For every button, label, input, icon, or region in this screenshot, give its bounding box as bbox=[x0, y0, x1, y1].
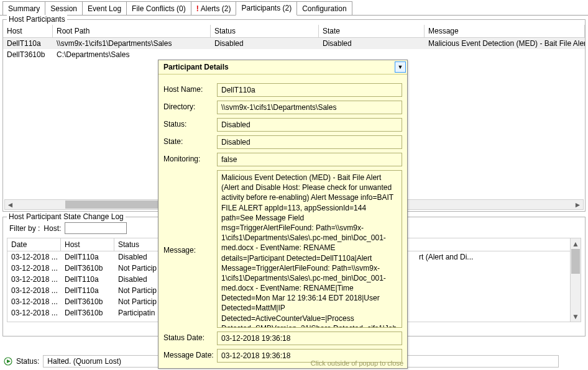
label-monitoring: Monitoring: bbox=[163, 153, 217, 163]
participant-details-popup: Participant Details ▼ Host Name: DellT11… bbox=[158, 60, 408, 369]
popup-footer-hint: Click outside of popup to close bbox=[311, 359, 403, 367]
tab-session[interactable]: Session bbox=[45, 1, 83, 15]
scroll-thumb[interactable] bbox=[571, 249, 580, 274]
table-row[interactable]: DellT110a \\svm9x-1\cifs1\Departments\Sa… bbox=[3, 38, 585, 49]
vertical-scrollbar[interactable]: ▲ ▼ bbox=[570, 238, 581, 322]
log-panel-title: Host Participant State Change Log bbox=[7, 212, 126, 221]
tab-alerts[interactable]: ! Alerts (2) bbox=[191, 1, 237, 15]
host-participants-table: Host Root Path Status State Message Dell… bbox=[3, 25, 585, 60]
chevron-down-icon: ▼ bbox=[398, 64, 403, 70]
label-message-date: Message Date: bbox=[163, 349, 217, 359]
scroll-up-icon[interactable]: ▲ bbox=[571, 238, 581, 249]
value-directory: \\svm9x-1\cifs1\Departments\Sales bbox=[217, 101, 402, 114]
log-col-host[interactable]: Host bbox=[61, 238, 114, 251]
scroll-down-icon[interactable]: ▼ bbox=[571, 311, 581, 322]
filter-label: Filter by : bbox=[9, 224, 40, 233]
scroll-right-icon[interactable]: ► bbox=[572, 200, 583, 209]
col-header-state[interactable]: State bbox=[319, 25, 425, 37]
popup-dropdown-button[interactable]: ▼ bbox=[395, 61, 406, 73]
svg-marker-1 bbox=[7, 359, 11, 363]
value-status: Disabled bbox=[217, 118, 402, 132]
col-header-host[interactable]: Host bbox=[3, 25, 53, 37]
table-row[interactable]: DellT3610b C:\Departments\Sales bbox=[3, 49, 585, 60]
play-icon bbox=[4, 357, 12, 366]
label-host-name: Host Name: bbox=[163, 83, 217, 94]
value-monitoring: false bbox=[217, 153, 402, 166]
tab-participants[interactable]: Participants (2) bbox=[236, 1, 297, 16]
tab-file-conflicts[interactable]: File Conflicts (0) bbox=[126, 1, 191, 15]
col-header-message[interactable]: Message bbox=[425, 25, 585, 37]
alert-icon: ! bbox=[196, 4, 199, 13]
host-table-header: Host Root Path Status State Message bbox=[3, 25, 585, 38]
status-label: Status: bbox=[16, 357, 39, 366]
label-message: Message: bbox=[163, 244, 217, 255]
label-directory: Directory: bbox=[163, 101, 217, 111]
host-participants-title: Host Participants bbox=[7, 15, 67, 24]
scroll-left-icon[interactable]: ◄ bbox=[5, 200, 16, 209]
label-status-date: Status Date: bbox=[163, 332, 217, 342]
filter-host-input[interactable] bbox=[65, 222, 127, 234]
col-header-status[interactable]: Status bbox=[211, 25, 319, 37]
tab-summary[interactable]: Summary bbox=[2, 1, 45, 15]
tab-bar: Summary Session Event Log File Conflicts… bbox=[0, 1, 588, 16]
tab-event-log[interactable]: Event Log bbox=[82, 1, 127, 15]
value-state: Disabled bbox=[217, 135, 402, 149]
value-host-name: DellT110a bbox=[217, 83, 402, 97]
popup-title: Participant Details ▼ bbox=[158, 60, 407, 74]
filter-host-label: Host: bbox=[44, 224, 61, 233]
label-status: Status: bbox=[163, 118, 217, 129]
col-header-root-path[interactable]: Root Path bbox=[53, 25, 211, 37]
tab-configuration[interactable]: Configuration bbox=[296, 1, 352, 15]
label-state: State: bbox=[163, 135, 217, 146]
value-status-date: 03-12-2018 19:36:18 bbox=[217, 332, 402, 345]
value-message: Malicious Event Detection (MED) - Bait F… bbox=[217, 170, 402, 328]
log-col-date[interactable]: Date bbox=[7, 238, 61, 251]
